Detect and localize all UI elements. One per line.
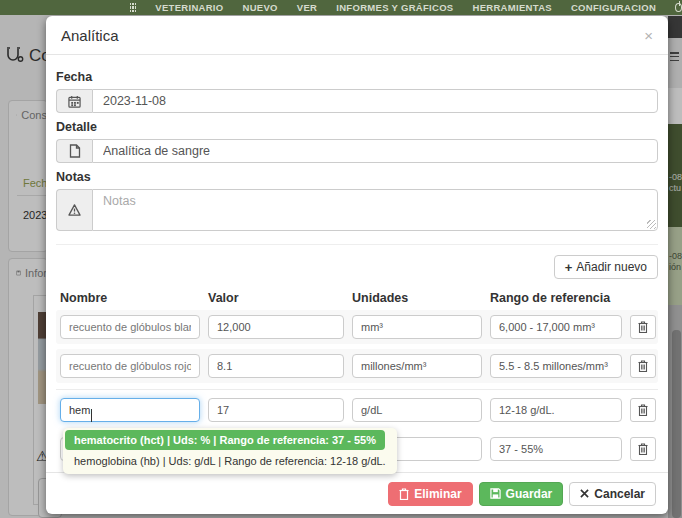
trash-icon xyxy=(638,360,648,372)
guardar-button[interactable]: Guardar xyxy=(479,482,564,506)
calendar-icon xyxy=(56,89,92,113)
rango-input[interactable] xyxy=(490,354,622,378)
detalle-group xyxy=(56,139,658,163)
plus-icon: + xyxy=(565,260,573,275)
nombre-input[interactable] xyxy=(60,315,200,339)
nav-ver[interactable]: VER xyxy=(297,2,317,13)
file-icon xyxy=(56,139,92,163)
modal-title: Analítica xyxy=(61,27,119,44)
valor-input[interactable] xyxy=(208,398,344,422)
trash-icon xyxy=(399,488,409,500)
header-unidades: Unidades xyxy=(352,291,482,305)
autocomplete-dropdown: hematocrito (hct) | Uds: % | Rango de re… xyxy=(63,428,397,474)
save-icon xyxy=(490,488,501,499)
delete-row-button[interactable] xyxy=(630,437,656,461)
resize-handle[interactable] xyxy=(647,220,656,229)
nav-informes-graficos[interactable]: INFORMES Y GRÁFICOS xyxy=(336,2,453,13)
delete-row-button[interactable] xyxy=(630,315,656,339)
eliminar-button[interactable]: Eliminar xyxy=(388,482,472,506)
trash-icon xyxy=(638,321,648,333)
analitica-modal: Analítica × Fecha Detalle Notas xyxy=(46,16,668,514)
unidades-input[interactable] xyxy=(352,315,482,339)
table-row xyxy=(56,349,658,383)
notas-group xyxy=(56,189,658,231)
divider xyxy=(56,244,658,245)
modal-header: Analítica × xyxy=(46,16,668,55)
valor-input[interactable] xyxy=(208,354,344,378)
table-header-row: Nombre Valor Unidades Rango de referenci… xyxy=(56,291,658,305)
autocomplete-option-highlighted[interactable]: hematocrito (hct) | Uds: % | Rango de re… xyxy=(65,430,385,450)
cancelar-button[interactable]: Cancelar xyxy=(569,482,656,506)
detalle-label: Detalle xyxy=(56,120,658,134)
detalle-input[interactable] xyxy=(92,139,658,163)
rango-input[interactable] xyxy=(490,437,622,461)
valor-input[interactable] xyxy=(208,315,344,339)
nav-veterinario[interactable]: VETERINARIO xyxy=(155,2,223,13)
header-valor: Valor xyxy=(208,291,344,305)
nombre-input[interactable] xyxy=(60,354,200,378)
nav-herramientas[interactable]: HERRAMIENTAS xyxy=(473,2,552,13)
nombre-input-focused[interactable] xyxy=(60,398,200,422)
unidades-input[interactable] xyxy=(352,354,482,378)
autocomplete-option[interactable]: hemoglobina (hb) | Uds: g/dL | Rango de … xyxy=(65,450,395,472)
fecha-group xyxy=(56,89,658,113)
rango-input[interactable] xyxy=(490,398,622,422)
table-row: hematocrito (hct) | Uds: % | Rango de re… xyxy=(56,389,658,427)
header-nombre: Nombre xyxy=(60,291,200,305)
modal-footer: Eliminar Guardar Cancelar xyxy=(46,472,668,514)
modal-body: Fecha Detalle Notas + Añadir xyxy=(46,55,668,466)
trash-icon xyxy=(638,443,648,455)
delete-row-button[interactable] xyxy=(630,354,656,378)
top-navbar: VETERINARIO NUEVO VER INFORMES Y GRÁFICO… xyxy=(0,0,682,15)
notas-label: Notas xyxy=(56,170,658,184)
rango-input[interactable] xyxy=(490,315,622,339)
trash-icon xyxy=(638,404,648,416)
notas-textarea[interactable] xyxy=(92,189,658,231)
fecha-input[interactable] xyxy=(92,89,658,113)
warning-icon xyxy=(56,189,92,231)
power-icon[interactable] xyxy=(675,3,682,12)
apps-grid-icon[interactable] xyxy=(130,3,136,12)
text-caret xyxy=(91,409,92,422)
close-icon[interactable]: × xyxy=(644,28,653,43)
x-icon xyxy=(580,489,589,498)
unidades-input[interactable] xyxy=(352,398,482,422)
nav-configuracion[interactable]: CONFIGURACION xyxy=(571,2,656,13)
delete-row-button[interactable] xyxy=(630,398,656,422)
header-rango: Rango de referencia xyxy=(490,291,622,305)
nav-nuevo[interactable]: NUEVO xyxy=(243,2,278,13)
add-new-button[interactable]: + Añadir nuevo xyxy=(554,255,658,279)
table-row xyxy=(56,310,658,344)
fecha-label: Fecha xyxy=(56,70,658,84)
